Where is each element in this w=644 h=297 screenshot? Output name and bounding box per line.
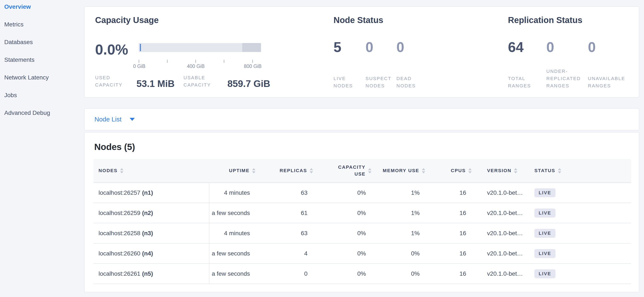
node-address-cell[interactable]: localhost:26260 (n4): [94, 244, 210, 263]
nodes-table-body: localhost:26257 (n1) 4 minutes 63 0% 1% …: [94, 183, 631, 284]
gauge-tick: [252, 60, 253, 63]
version-cell: v20.1.0-bet…: [477, 230, 529, 237]
capacity-gauge: [138, 43, 261, 52]
node-id: (n1): [142, 189, 153, 196]
node-address-cell[interactable]: localhost:26261 (n5): [94, 264, 210, 284]
sidebar-item-advanced-debug[interactable]: Advanced Debug: [0, 106, 84, 119]
status-cell: LIVE: [529, 249, 631, 258]
cpus-cell: 16: [430, 210, 477, 217]
replicas-cell: 63: [260, 189, 318, 196]
cpus-cell: 16: [430, 270, 477, 277]
capacity-use-cell: 0%: [318, 270, 376, 277]
sidebar-item-jobs[interactable]: Jobs: [0, 89, 84, 102]
column-header-label: CAPACITY USE: [335, 164, 366, 177]
status-cell: LIVE: [529, 229, 631, 238]
unavailable-ranges-value: 0: [588, 40, 639, 54]
sort-up-arrow: [368, 168, 372, 170]
sort-down-arrow: [558, 171, 561, 173]
status-badge: LIVE: [534, 269, 556, 278]
usable-capacity-label: USABLE CAPACITY: [184, 74, 224, 89]
node-list-dropdown[interactable]: Node List: [94, 109, 135, 130]
unavailable-ranges-stat: 0 UNAVAILABLE RANGES: [588, 40, 639, 89]
node-list-strip: Node List: [84, 108, 639, 130]
column-header-nodes[interactable]: NODES: [94, 168, 210, 173]
replicas-cell: 61: [260, 210, 318, 217]
status-badge: LIVE: [534, 249, 556, 258]
node-address-cell[interactable]: localhost:26259 (n2): [94, 203, 210, 223]
column-header-memory-use[interactable]: MEMORY USE: [376, 168, 430, 173]
live-nodes-stat: 5 LIVE NODES: [334, 40, 366, 89]
table-row[interactable]: localhost:26260 (n4) a few seconds 4 0% …: [94, 244, 631, 264]
sort-icon[interactable]: [310, 168, 313, 173]
version-cell: v20.1.0-bet…: [477, 210, 529, 217]
sort-down-arrow: [368, 171, 372, 173]
table-row[interactable]: localhost:26257 (n1) 4 minutes 63 0% 1% …: [94, 183, 631, 203]
node-address-cell[interactable]: localhost:26257 (n1): [94, 183, 210, 203]
column-header-version[interactable]: VERSION: [477, 168, 529, 173]
status-cell: LIVE: [529, 209, 631, 218]
live-nodes-label: LIVE NODES: [334, 75, 361, 89]
sidebar-item-overview[interactable]: Overview: [0, 0, 84, 13]
memory-use-cell: 1%: [376, 210, 430, 217]
replicas-cell: 0: [260, 270, 318, 277]
used-capacity-value: 53.1 MiB: [136, 79, 175, 89]
suspect-nodes-stat: 0 SUSPECT NODES: [366, 40, 396, 89]
node-status-title: Node Status: [334, 15, 383, 25]
under-replicated-ranges-stat: 0 UNDER-REPLICATED RANGES: [546, 40, 588, 89]
column-header-replicas[interactable]: REPLICAS: [260, 168, 318, 173]
under-replicated-ranges-value: 0: [546, 40, 588, 54]
sidebar-item-databases[interactable]: Databases: [0, 36, 84, 48]
sort-down-arrow: [422, 171, 425, 173]
sort-up-arrow: [514, 168, 517, 170]
status-cell: LIVE: [529, 188, 631, 197]
column-header-uptime[interactable]: UPTIME: [210, 168, 260, 173]
node-address: localhost:26257: [98, 189, 140, 196]
node-id: (n4): [142, 250, 153, 257]
capacity-use-cell: 0%: [318, 230, 376, 237]
capacity-use-cell: 0%: [318, 189, 376, 196]
sort-icon[interactable]: [558, 168, 561, 173]
replicas-cell: 4: [260, 250, 318, 257]
sort-icon[interactable]: [514, 168, 517, 173]
chevron-down-icon[interactable]: [130, 118, 135, 121]
version-cell: v20.1.0-bet…: [477, 250, 529, 257]
sidebar-item-statements[interactable]: Statements: [0, 53, 84, 66]
sidebar-item-metrics[interactable]: Metrics: [0, 18, 84, 31]
column-header-capacity-use[interactable]: CAPACITY USE: [318, 164, 376, 177]
column-header-label: MEMORY USE: [383, 168, 419, 173]
sort-icon[interactable]: [252, 168, 256, 173]
node-id: (n2): [142, 210, 153, 217]
sort-icon[interactable]: [468, 168, 472, 173]
sort-down-arrow: [468, 171, 472, 173]
column-header-label: UPTIME: [229, 168, 250, 173]
sort-icon[interactable]: [368, 168, 372, 173]
node-address-cell[interactable]: localhost:26258 (n3): [94, 223, 210, 243]
status-badge: LIVE: [534, 209, 556, 218]
sort-up-arrow: [252, 168, 256, 170]
column-header-cpus[interactable]: CPUS: [430, 168, 477, 173]
sort-icon[interactable]: [422, 168, 425, 173]
replicas-cell: 63: [260, 230, 318, 237]
column-header-status[interactable]: STATUS: [529, 168, 631, 173]
cpus-cell: 16: [430, 189, 477, 196]
sort-up-arrow: [120, 168, 124, 170]
memory-use-cell: 1%: [376, 189, 430, 196]
node-list-dropdown-label: Node List: [94, 116, 122, 123]
sort-down-arrow: [514, 171, 517, 173]
uptime-cell: a few seconds: [210, 270, 260, 277]
column-header-label: VERSION: [487, 168, 511, 173]
capacity-use-cell: 0%: [318, 210, 376, 217]
node-address: localhost:26261: [98, 270, 140, 277]
table-row[interactable]: localhost:26258 (n3) 4 minutes 63 0% 1% …: [94, 223, 631, 244]
table-row[interactable]: localhost:26261 (n5) a few seconds 0 0% …: [94, 264, 631, 284]
sidebar-item-network-latency[interactable]: Network Latency: [0, 71, 84, 84]
sort-down-arrow: [310, 171, 313, 173]
node-address: localhost:26260: [98, 250, 140, 257]
memory-use-cell: 1%: [376, 230, 430, 237]
sort-down-arrow: [120, 171, 124, 173]
node-address: localhost:26258: [98, 230, 140, 237]
status-badge: LIVE: [534, 229, 556, 238]
table-row[interactable]: localhost:26259 (n2) a few seconds 61 0%…: [94, 203, 631, 223]
sort-icon[interactable]: [120, 168, 124, 173]
used-capacity-marker: [140, 44, 141, 51]
